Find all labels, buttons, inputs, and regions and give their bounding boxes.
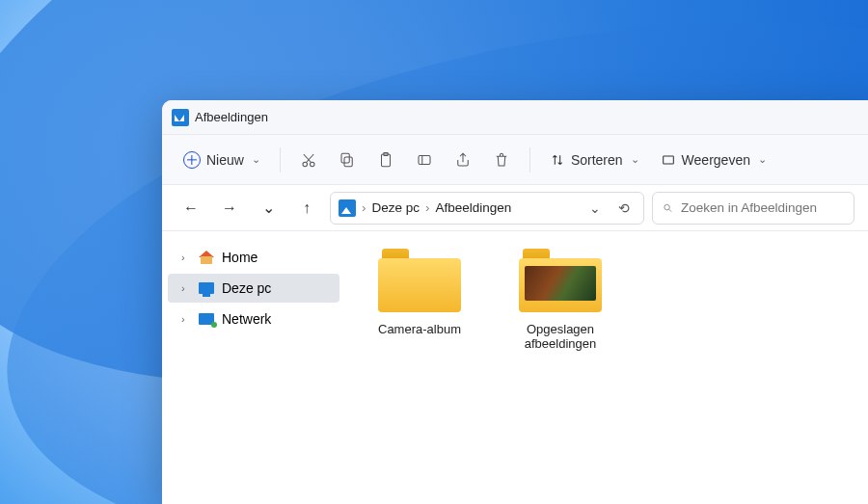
delete-icon — [493, 151, 510, 169]
folder-thumbnail — [525, 266, 596, 301]
command-bar: Nieuw ⌄ Sorteren ⌄ Weergev — [162, 135, 868, 185]
network-icon — [199, 313, 214, 325]
title-bar[interactable]: Afbeeldingen — [162, 100, 868, 135]
pictures-icon — [339, 199, 356, 217]
chevron-right-icon: › — [362, 200, 366, 215]
search-input[interactable] — [681, 200, 844, 215]
folder-label: Camera-album — [366, 322, 473, 336]
copy-icon — [339, 151, 356, 169]
chevron-down-icon: ⌄ — [252, 153, 260, 166]
share-icon — [454, 151, 472, 169]
copy-button[interactable] — [331, 144, 364, 176]
chevron-right-icon: › — [181, 313, 191, 325]
svg-point-0 — [303, 162, 308, 167]
delete-button[interactable] — [485, 144, 518, 176]
separator — [529, 147, 530, 172]
search-icon — [663, 201, 673, 215]
sidebar-item-network[interactable]: › Netwerk — [168, 305, 339, 333]
address-bar[interactable]: › Deze pc › Afbeeldingen ⌄ ⟲ — [330, 192, 644, 225]
folder-label: Opgeslagen afbeeldingen — [507, 322, 613, 351]
sort-icon — [550, 152, 565, 168]
breadcrumb-segment[interactable]: Afbeeldingen — [436, 200, 512, 215]
chevron-right-icon: › — [181, 252, 191, 263]
cut-icon — [300, 151, 317, 169]
svg-rect-2 — [344, 157, 352, 167]
svg-rect-3 — [341, 153, 349, 163]
sidebar-item-label: Home — [222, 250, 258, 265]
chevron-down-icon: ⌄ — [631, 153, 639, 166]
window-body: › Home › Deze pc › Netwerk Camera-album — [162, 231, 868, 504]
sidebar-item-label: Deze pc — [222, 280, 271, 296]
sidebar-item-this-pc[interactable]: › Deze pc — [168, 274, 339, 303]
sidebar-item-home[interactable]: › Home — [168, 243, 339, 272]
new-button[interactable]: Nieuw ⌄ — [176, 146, 268, 174]
plus-circle-icon — [183, 151, 201, 169]
arrow-up-icon: ↑ — [303, 199, 311, 217]
view-icon — [661, 152, 676, 168]
rename-button[interactable] — [408, 144, 441, 176]
navigation-pane[interactable]: › Home › Deze pc › Netwerk — [162, 231, 345, 504]
breadcrumb-segment[interactable]: Deze pc — [372, 200, 420, 215]
sidebar-item-label: Netwerk — [222, 311, 271, 327]
paste-button[interactable] — [369, 144, 402, 176]
chevron-right-icon: › — [425, 200, 430, 215]
folder-item[interactable]: Camera-album — [366, 249, 473, 336]
svg-point-8 — [665, 204, 670, 210]
svg-rect-7 — [663, 156, 673, 164]
folder-content[interactable]: Camera-album Opgeslagen afbeeldingen — [345, 231, 868, 504]
up-button[interactable]: ↑ — [291, 193, 322, 224]
file-explorer-window: Afbeeldingen Nieuw ⌄ Sorteren — [162, 100, 868, 504]
share-button[interactable] — [447, 144, 479, 176]
view-button-label: Weergeven — [682, 152, 750, 168]
window-title: Afbeeldingen — [195, 110, 268, 124]
chevron-right-icon: › — [181, 282, 191, 294]
navigation-bar: ← → ⌄ ↑ › Deze pc › Afbeeldingen ⌄ ⟲ — [162, 185, 868, 231]
folder-item[interactable]: Opgeslagen afbeeldingen — [507, 249, 613, 351]
back-button[interactable]: ← — [176, 193, 206, 224]
refresh-button[interactable]: ⟲ — [612, 200, 636, 216]
folder-icon — [378, 249, 461, 312]
recent-button[interactable]: ⌄ — [253, 193, 284, 224]
folder-icon — [519, 249, 602, 312]
new-button-label: Nieuw — [206, 152, 244, 168]
cut-button[interactable] — [292, 144, 325, 176]
svg-rect-6 — [419, 155, 430, 164]
separator — [280, 147, 281, 172]
sort-button[interactable]: Sorteren ⌄ — [542, 146, 647, 173]
arrow-left-icon: ← — [183, 199, 199, 217]
home-icon — [199, 251, 214, 264]
pictures-icon — [172, 109, 189, 126]
arrow-right-icon: → — [222, 199, 237, 217]
search-box[interactable] — [652, 192, 854, 225]
forward-button[interactable]: → — [214, 193, 245, 224]
chevron-down-icon: ⌄ — [758, 153, 767, 166]
chevron-down-icon: ⌄ — [262, 199, 275, 217]
paste-icon — [377, 151, 394, 169]
breadcrumb-dropdown[interactable]: ⌄ — [583, 200, 607, 216]
rename-icon — [416, 151, 433, 169]
svg-point-1 — [310, 162, 314, 167]
sort-button-label: Sorteren — [571, 152, 623, 168]
view-button[interactable]: Weergeven ⌄ — [653, 146, 774, 173]
monitor-icon — [199, 282, 214, 294]
